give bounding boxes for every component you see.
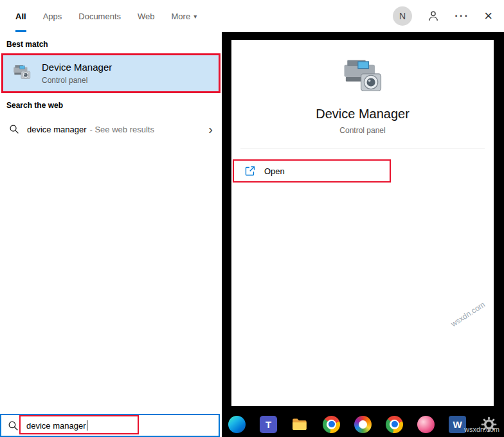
web-suggestion-row[interactable]: device manager - See web results › <box>0 118 222 141</box>
taskbar: T W <box>222 411 504 437</box>
result-text: Device Manager Control panel <box>42 62 112 85</box>
tab-apps-label: Apps <box>43 12 62 21</box>
topbar-controls: N ··· × <box>393 0 492 32</box>
chevron-right-icon: › <box>208 122 213 137</box>
search-input[interactable]: device manager <box>0 414 220 437</box>
result-subtitle: Control panel <box>42 76 112 85</box>
best-match-heading: Best match <box>6 40 48 49</box>
web-suggestion-suffix: - See web results <box>90 125 154 134</box>
preview-subtitle: Control panel <box>231 126 494 135</box>
search-input-value: device manager <box>26 421 86 431</box>
pink-app-icon[interactable] <box>417 416 435 433</box>
text-caret <box>87 420 87 431</box>
watermark: wsxdn.com <box>464 425 500 433</box>
search-the-web-heading: Search the web <box>6 101 63 110</box>
open-external-icon <box>245 166 255 176</box>
more-options-icon[interactable]: ··· <box>455 10 469 22</box>
annotation-box-best-match: Device Manager Control panel <box>1 53 221 93</box>
chevron-down-icon: ▾ <box>194 13 197 20</box>
preview-panel: Device Manager Control panel Open <box>231 40 494 406</box>
word-icon[interactable]: W <box>449 416 466 433</box>
teams-letter: T <box>266 419 271 430</box>
teams-icon[interactable]: T <box>260 416 277 433</box>
google-app-icon[interactable] <box>386 416 403 433</box>
search-icon <box>8 420 19 431</box>
tab-web[interactable]: Web <box>138 0 155 32</box>
avatar-initial: N <box>399 11 406 21</box>
results-panel: Best match Device Manager Control panel <box>0 32 222 437</box>
web-suggestion-query: device manager <box>27 125 87 134</box>
color-wheel-app-icon[interactable] <box>354 416 372 433</box>
word-letter: W <box>453 419 462 430</box>
user-avatar[interactable]: N <box>393 6 412 26</box>
file-explorer-icon[interactable] <box>291 416 309 433</box>
tab-apps[interactable]: Apps <box>43 0 62 32</box>
tab-documents-label: Documents <box>78 12 121 21</box>
sign-in-options-icon[interactable] <box>427 10 440 22</box>
windows-search-window: All Apps Documents Web More▾ N ··· × Bes… <box>0 0 504 437</box>
divider <box>240 148 485 148</box>
tab-all[interactable]: All <box>15 0 26 32</box>
search-filter-bar: All Apps Documents Web More▾ N ··· × <box>0 0 504 32</box>
tab-documents[interactable]: Documents <box>78 0 121 32</box>
search-icon <box>9 124 19 134</box>
tab-more[interactable]: More▾ <box>172 0 197 32</box>
result-title: Device Manager <box>42 62 112 73</box>
device-manager-icon-large <box>338 54 387 103</box>
tab-more-label: More <box>172 12 191 21</box>
tab-web-label: Web <box>138 12 155 21</box>
filter-tabs: All Apps Documents Web More▾ <box>15 0 197 32</box>
close-icon[interactable]: × <box>484 9 492 23</box>
chrome-icon[interactable] <box>323 416 340 433</box>
device-manager-icon <box>11 62 33 84</box>
result-device-manager[interactable]: Device Manager Control panel <box>3 55 219 91</box>
annotation-box-open: Open <box>233 159 391 183</box>
edge-icon[interactable] <box>228 416 246 433</box>
open-action[interactable]: Open <box>245 166 285 176</box>
tab-all-label: All <box>15 12 26 21</box>
open-action-label: Open <box>264 166 285 176</box>
preview-title: Device Manager <box>231 107 494 121</box>
